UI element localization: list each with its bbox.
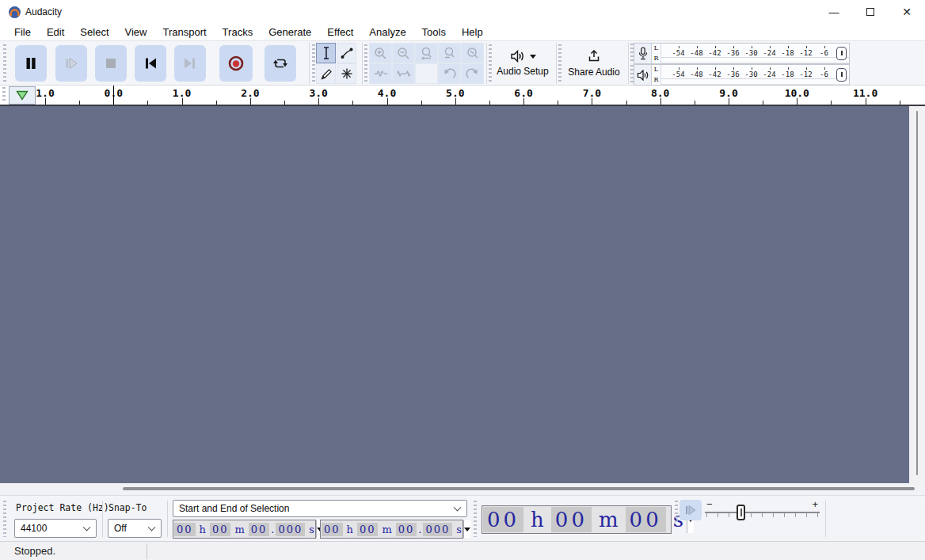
project-rate-value: 44100	[21, 523, 47, 534]
menu-generate[interactable]: Generate	[261, 25, 319, 40]
undo-icon	[443, 68, 456, 80]
skip-to-end-button[interactable]	[174, 45, 206, 82]
time-format-dropdown-icon[interactable]	[463, 520, 470, 538]
ruler-label: 9.0	[719, 87, 737, 99]
play-button[interactable]	[55, 45, 87, 82]
transport-toolbar-gripper[interactable]	[3, 44, 6, 82]
selection-tool-button[interactable]	[316, 43, 336, 63]
play-at-speed-gripper[interactable]	[675, 501, 678, 523]
timeline-ruler-scale[interactable]: 1.00.01.02.03.04.05.06.07.08.09.010.011.…	[0, 86, 925, 105]
menu-tools[interactable]: Tools	[414, 25, 454, 40]
fit-project-button[interactable]	[461, 43, 484, 63]
share-audio-button[interactable]: Share Audio	[564, 44, 624, 82]
draw-tool-icon	[320, 67, 333, 80]
loop-button[interactable]	[265, 45, 296, 82]
toolbar-separator	[556, 43, 557, 84]
skip-to-end-icon	[183, 56, 197, 70]
snap-to-select[interactable]: Off	[108, 519, 162, 538]
meter-scale-label: -24	[760, 46, 778, 63]
fit-project-icon	[466, 47, 479, 60]
playback-clip-indicator	[836, 68, 847, 82]
meter-scale-label: -42	[706, 67, 724, 85]
draw-tool-button[interactable]	[316, 63, 336, 84]
time-toolbar-gripper[interactable]	[474, 501, 477, 537]
zoom-selection-button[interactable]	[415, 43, 438, 63]
maximize-button[interactable]	[852, 0, 889, 24]
horizontal-scrollbar[interactable]	[0, 483, 925, 495]
menu-help[interactable]: Help	[454, 25, 491, 40]
speed-minus-label: −	[706, 498, 713, 510]
playback-speaker-icon[interactable]	[634, 65, 652, 85]
menu-analyze[interactable]: Analyze	[361, 25, 413, 40]
play-at-speed-button[interactable]	[679, 500, 702, 520]
stop-icon	[104, 56, 118, 70]
meter-scale-label: -12	[797, 46, 815, 63]
menu-transport[interactable]: Transport	[154, 25, 214, 40]
playhead-cursor	[113, 86, 114, 105]
vertical-scrollbar[interactable]	[909, 106, 925, 483]
slider-thumb[interactable]	[737, 505, 745, 520]
selection-start-value: 00 h 00 m 00.000 s	[174, 523, 316, 536]
menu-edit[interactable]: Edit	[39, 25, 72, 40]
audio-setup-button[interactable]: Audio Setup	[494, 44, 551, 82]
menu-select[interactable]: Select	[72, 25, 116, 40]
recording-meter-channels: LR	[652, 44, 661, 63]
skip-to-start-button[interactable]	[135, 45, 166, 82]
recording-meter[interactable]: LR -54-48-42-36-30-24-18-12-6	[634, 43, 850, 64]
silence-audio-button[interactable]	[392, 63, 415, 84]
tools-toolbar-gripper[interactable]	[312, 44, 315, 82]
close-button[interactable]: ✕	[889, 0, 925, 24]
ruler-label: 7.0	[583, 87, 601, 99]
share-audio-gripper[interactable]	[558, 44, 561, 82]
zoom-in-button[interactable]	[369, 43, 392, 63]
envelope-tool-button[interactable]	[337, 43, 356, 63]
menu-file[interactable]: File	[6, 25, 39, 40]
toolbar-separator	[628, 43, 629, 84]
trim-audio-button[interactable]	[369, 63, 392, 84]
edit-toolbar-gripper[interactable]	[364, 44, 367, 82]
ruler-label: 6.0	[514, 87, 532, 99]
menu-effect[interactable]: Effect	[319, 25, 361, 40]
stop-button[interactable]	[95, 45, 127, 82]
meter-scale-label: -12	[797, 67, 815, 85]
horizontal-scrollbar-thumb[interactable]	[123, 487, 915, 490]
audio-position-value: 00 h 00 m 00 s	[483, 507, 687, 532]
audio-setup-gripper[interactable]	[489, 44, 492, 82]
toolbar-separator	[486, 43, 487, 84]
window-title: Audacity	[25, 6, 62, 17]
status-bar: Stopped.	[0, 541, 925, 560]
timeline-ruler[interactable]: 1.00.01.02.03.04.05.06.07.08.09.010.011.…	[0, 86, 925, 106]
zoom-toggle-button[interactable]	[438, 43, 461, 63]
zoom-out-button[interactable]	[392, 43, 415, 63]
microphone-icon[interactable]	[634, 44, 652, 63]
audio-position-time[interactable]: 00 h 00 m 00 s	[482, 505, 672, 534]
pause-button[interactable]	[15, 45, 47, 82]
meter-scale-label: -30	[742, 46, 760, 63]
chevron-down-icon	[148, 524, 156, 531]
playback-speed-slider[interactable]: − +	[705, 501, 820, 525]
track-canvas[interactable]	[0, 106, 909, 483]
zoom-in-icon	[374, 47, 387, 60]
audacity-logo-icon	[8, 6, 21, 19]
selection-mode-select[interactable]: Start and End of Selection	[173, 500, 467, 517]
playback-meter[interactable]: LR -54-48-42-36-30-24-18-12-6	[634, 64, 850, 86]
minimize-button[interactable]: —	[816, 0, 852, 24]
selection-toolbar-gripper[interactable]	[3, 501, 6, 537]
edit-toolbar-spacer	[415, 63, 438, 84]
chevron-down-icon	[83, 524, 91, 531]
menu-tracks[interactable]: Tracks	[215, 25, 261, 40]
selection-start-time[interactable]: 00 h 00 m 00.000 s	[173, 520, 316, 539]
record-button[interactable]	[219, 45, 253, 82]
menu-view[interactable]: View	[117, 25, 155, 40]
selection-end-time[interactable]: 00 h 00 m 00.000 s	[320, 520, 463, 539]
zoom-toggle-icon	[443, 47, 456, 60]
redo-button[interactable]	[461, 63, 484, 84]
vertical-scrollbar-thumb[interactable]	[916, 111, 918, 475]
undo-button[interactable]	[438, 63, 461, 84]
ruler-label: 2.0	[241, 87, 259, 99]
selection-toolbar: Project Rate (Hz) 44100 Snap-To Off Star…	[0, 495, 925, 541]
zoom-selection-icon	[420, 47, 433, 60]
meter-scale-label: -48	[687, 67, 706, 85]
project-rate-select[interactable]: 44100	[14, 519, 97, 538]
multi-tool-button[interactable]	[337, 63, 356, 84]
